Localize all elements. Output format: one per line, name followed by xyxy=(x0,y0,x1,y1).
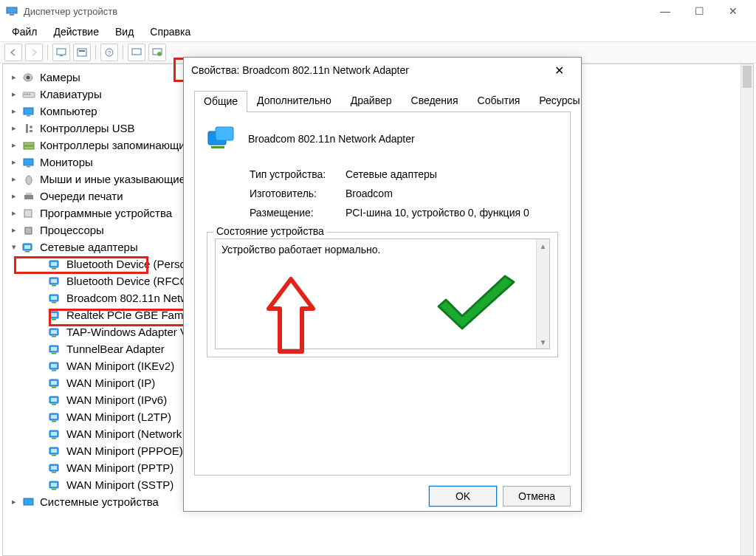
svg-rect-22 xyxy=(24,143,34,145)
network-adapter-icon xyxy=(49,360,62,372)
svg-rect-56 xyxy=(52,387,56,388)
close-button[interactable]: ✕ xyxy=(716,0,750,22)
svg-point-26 xyxy=(26,176,32,185)
expand-icon[interactable]: ▸ xyxy=(12,106,22,116)
toolbar-computer-button[interactable] xyxy=(52,44,70,61)
expand-icon[interactable]: ▸ xyxy=(12,174,22,184)
svg-rect-76 xyxy=(24,498,33,505)
toolbar-back-button[interactable] xyxy=(4,44,22,61)
svg-rect-41 xyxy=(52,302,56,303)
device-status-textbox[interactable]: Устройство работает нормально. ▲ ▼ xyxy=(215,238,550,349)
expand-icon[interactable]: ▸ xyxy=(12,497,22,507)
tree-subitem-label: WAN Miniport (PPPOE) xyxy=(66,445,183,457)
tree-subitem-label: WAN Miniport (IP) xyxy=(66,377,155,389)
tree-scrollbar[interactable] xyxy=(740,64,753,555)
expand-icon[interactable]: ▸ xyxy=(12,208,22,218)
tab-driver[interactable]: Драйвер xyxy=(341,90,402,111)
network-adapter-icon xyxy=(49,479,62,491)
svg-rect-45 xyxy=(51,313,57,317)
device-status-text: Устройство работает нормально. xyxy=(221,244,380,255)
toolbar-help-button[interactable]: ? xyxy=(100,44,118,61)
tree-item-label: Сетевые адаптеры xyxy=(40,241,138,253)
tab-events[interactable]: События xyxy=(468,90,530,111)
svg-rect-79 xyxy=(211,146,224,148)
network-adapter-icon xyxy=(49,343,62,355)
svg-rect-21 xyxy=(30,130,32,132)
toolbar-forward-button[interactable] xyxy=(25,44,43,61)
tab-resources[interactable]: Ресурсы xyxy=(529,90,589,111)
tree-item-label: Системные устройства xyxy=(40,495,159,508)
svg-rect-42 xyxy=(51,296,57,300)
expand-icon[interactable]: ▸ xyxy=(12,140,22,150)
toolbar-scan-button[interactable] xyxy=(128,44,145,61)
svg-rect-57 xyxy=(51,381,57,385)
toolbar-action-button[interactable] xyxy=(73,44,91,61)
network-adapter-icon xyxy=(49,258,62,270)
tree-subitem-label: WAN Miniport (PPTP) xyxy=(66,461,173,474)
minimize-button[interactable]: — xyxy=(648,0,682,22)
svg-rect-65 xyxy=(52,438,56,439)
tree-subitem-label: WAN Miniport (SSTP) xyxy=(66,478,173,491)
toolbar-update-button[interactable] xyxy=(148,44,166,61)
scroll-down-icon[interactable]: ▼ xyxy=(537,335,549,349)
tree-subitem-label: WAN Miniport (IPv6) xyxy=(66,394,167,406)
cancel-button[interactable]: Отмена xyxy=(503,486,571,507)
expand-icon[interactable]: ▸ xyxy=(12,123,22,133)
menu-help[interactable]: Справка xyxy=(142,24,198,40)
expand-icon[interactable]: ▸ xyxy=(12,225,22,235)
label-type: Тип устройства: xyxy=(250,168,346,180)
expand-icon[interactable]: ▸ xyxy=(12,157,22,167)
svg-rect-14 xyxy=(24,94,26,95)
svg-rect-54 xyxy=(51,364,57,368)
device-category-icon xyxy=(22,224,35,236)
tab-content-general: Broadcom 802.11n Network Adapter Тип уст… xyxy=(194,112,571,476)
svg-rect-29 xyxy=(24,210,32,217)
network-adapter-icon xyxy=(49,275,62,287)
menu-file[interactable]: Файл xyxy=(4,24,44,40)
status-scrollbar[interactable]: ▲ ▼ xyxy=(536,239,549,349)
main-titlebar: Диспетчер устройств — ☐ ✕ xyxy=(0,0,756,22)
dialog-close-button[interactable]: ✕ xyxy=(544,59,574,81)
device-category-icon xyxy=(22,174,35,185)
tab-advanced[interactable]: Дополнительно xyxy=(247,90,341,111)
svg-point-20 xyxy=(30,126,32,128)
svg-rect-24 xyxy=(24,159,33,165)
svg-rect-47 xyxy=(52,336,56,337)
tree-item-label: Программные устройства xyxy=(40,207,172,219)
tree-subitem-label: TunnelBear Adapter xyxy=(66,343,165,355)
device-category-icon xyxy=(22,72,35,83)
svg-rect-78 xyxy=(216,127,233,140)
maximize-button[interactable]: ☐ xyxy=(682,0,716,22)
svg-rect-1 xyxy=(10,14,14,16)
svg-rect-33 xyxy=(24,245,30,249)
svg-rect-59 xyxy=(52,404,56,405)
annotation-arrow-icon xyxy=(261,272,320,360)
network-adapter-icon xyxy=(49,462,62,474)
network-adapter-icon xyxy=(49,377,62,389)
svg-rect-16 xyxy=(29,94,30,95)
tab-general[interactable]: Общие xyxy=(194,91,247,112)
device-category-icon xyxy=(22,123,35,134)
svg-rect-3 xyxy=(60,55,63,56)
dialog-titlebar[interactable]: Свойства: Broadcom 802.11n Network Adapt… xyxy=(184,58,581,83)
network-adapter-icon xyxy=(49,394,62,406)
tab-details[interactable]: Сведения xyxy=(402,90,468,111)
tree-subitem-label: TAP-Windows Adapter V9 xyxy=(66,326,193,338)
device-category-icon xyxy=(22,157,35,168)
svg-rect-23 xyxy=(24,146,34,149)
tree-subitem-label: WAN Miniport (L2TP) xyxy=(66,411,171,423)
tree-item-label: Контроллеры USB xyxy=(40,122,135,134)
menu-action[interactable]: Действие xyxy=(46,24,106,40)
svg-rect-2 xyxy=(57,49,66,55)
svg-rect-5 xyxy=(79,50,85,52)
scroll-up-icon[interactable]: ▲ xyxy=(537,239,549,253)
expand-icon[interactable]: ▸ xyxy=(12,191,22,201)
annotation-checkmark-icon xyxy=(431,273,520,340)
expand-icon[interactable]: ▸ xyxy=(12,72,22,82)
svg-rect-15 xyxy=(27,94,28,95)
expand-icon[interactable]: ▾ xyxy=(12,242,22,252)
svg-rect-38 xyxy=(52,285,56,286)
expand-icon[interactable]: ▸ xyxy=(12,89,22,99)
ok-button[interactable]: OK xyxy=(429,486,497,507)
menu-view[interactable]: Вид xyxy=(108,24,141,40)
